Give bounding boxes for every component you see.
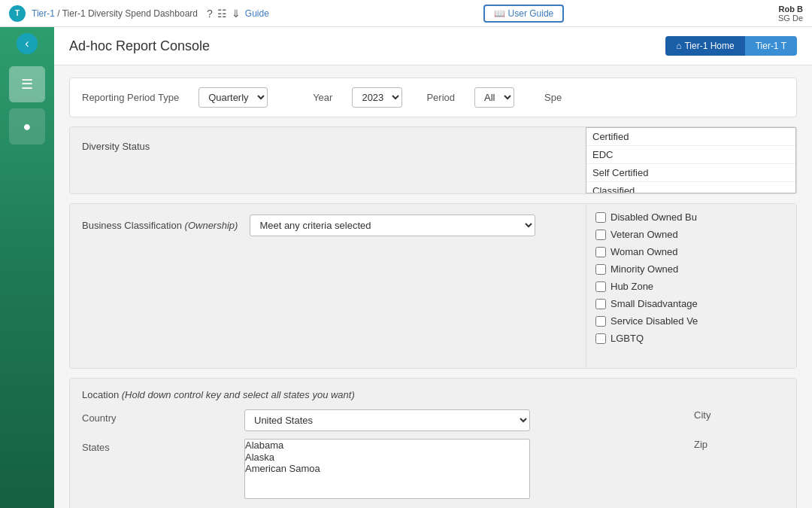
chevron-left-icon: ‹ [25, 37, 29, 50]
states-listbox-container: Alabama Alaska American Samoa [244, 439, 530, 499]
sidebar-item-1[interactable]: ☰ [9, 66, 45, 102]
biz-class-dropdown[interactable]: Meet any criteria selected Meet all crit… [250, 214, 535, 236]
city-label: City [694, 409, 710, 421]
diversity-option-classified[interactable]: Classified [586, 182, 795, 193]
checkbox-service-disabled-label: Service Disabled Ve [611, 315, 698, 327]
biz-class-label: Business Classification (Ownership) [82, 220, 238, 231]
checkbox-small-disadvantage: Small Disadvantage [595, 298, 787, 309]
spec-label: Spe [544, 92, 562, 103]
page-title: Ad-hoc Report Console [69, 38, 210, 54]
city-label-area: City [694, 409, 784, 421]
checkbox-lgbtq: LGBTQ [595, 333, 787, 344]
header-buttons: ⌂ Tier-1 Home Tier-1 T [665, 36, 797, 56]
checkbox-disabled-owned: Disabled Owned Bu [595, 211, 787, 223]
checkbox-woman-owned-label: Woman Owned [611, 246, 677, 257]
country-label: Country [82, 409, 232, 424]
diversity-status-label: Diversity Status [82, 138, 232, 152]
location-title: Location (Hold down control key and sele… [82, 389, 784, 400]
states-label: States [82, 439, 232, 453]
header-bar: Ad-hoc Report Console ⌂ Tier-1 Home Tier… [54, 27, 812, 65]
diversity-status-section: Diversity Status Certified EDC Self Cert… [69, 126, 797, 194]
checkbox-disabled-owned-input[interactable] [595, 212, 606, 223]
tier1-home-button[interactable]: ⌂ Tier-1 Home [665, 36, 744, 56]
diversity-option-self-certified[interactable]: Self Certified [586, 164, 795, 182]
layout: ‹ ☰ ● Ad-hoc Report Console ⌂ Tier-1 Hom… [0, 27, 812, 508]
checkbox-veteran-owned: Veteran Owned [595, 229, 787, 240]
checkbox-minority-owned-label: Minority Owned [611, 263, 678, 275]
states-listbox[interactable]: Alabama Alaska American Samoa [244, 439, 530, 499]
topbar-logo: T [9, 5, 26, 22]
checkbox-lgbtq-input[interactable] [595, 333, 606, 344]
period-type-label: Reporting Period Type [82, 92, 179, 103]
main-content: Ad-hoc Report Console ⌂ Tier-1 Home Tier… [54, 27, 812, 508]
diversity-status-listbox[interactable]: Certified EDC Self Certified Classified … [586, 127, 796, 193]
checkbox-small-disadvantage-input[interactable] [595, 299, 606, 309]
user-name: Rob B [778, 5, 803, 14]
guide-link[interactable]: Guide [245, 8, 269, 19]
reporting-period-row: Reporting Period Type Quarterly Year 202… [69, 78, 797, 117]
checkbox-service-disabled-input[interactable] [595, 316, 606, 327]
form-area: Reporting Period Type Quarterly Year 202… [54, 65, 812, 508]
checkbox-disabled-owned-label: Disabled Owned Bu [611, 211, 697, 223]
state-american-samoa[interactable]: American Samoa [245, 463, 529, 475]
country-select[interactable]: United States Canada Mexico [244, 409, 530, 431]
sidebar-item-2[interactable]: ● [9, 108, 45, 144]
zip-label: Zip [694, 439, 707, 450]
download-icon[interactable]: ⇓ [232, 8, 241, 20]
zip-label-area: Zip [694, 439, 784, 450]
checkbox-lgbtq-label: LGBTQ [611, 333, 644, 344]
states-row: States Alabama Alaska American Samoa Zip [82, 439, 784, 499]
checkbox-woman-owned-input[interactable] [595, 247, 606, 257]
tier1-tab-button[interactable]: Tier-1 T [745, 36, 797, 56]
user-guide-button[interactable]: 📖 User Guide [483, 5, 565, 23]
checkbox-service-disabled: Service Disabled Ve [595, 315, 787, 327]
checkbox-woman-owned: Woman Owned [595, 246, 787, 257]
checkbox-minority-owned-input[interactable] [595, 264, 606, 275]
breadcrumb-page: Tier-1 Diversity Spend Dashboard [62, 8, 198, 19]
checkboxes-panel: Disabled Owned Bu Veteran Owned Woman Ow… [586, 204, 796, 368]
breadcrumb-tier[interactable]: Tier-1 [32, 8, 55, 19]
checkbox-minority-owned: Minority Owned [595, 263, 787, 275]
checkbox-veteran-owned-label: Veteran Owned [611, 229, 678, 240]
year-select[interactable]: 2023 [352, 87, 402, 108]
sidebar-toggle[interactable]: ‹ [17, 33, 38, 54]
country-row: Country United States Canada Mexico City [82, 409, 784, 431]
checkbox-small-disadvantage-label: Small Disadvantage [611, 298, 698, 309]
topbar: T Tier-1 / Tier-1 Diversity Spend Dashbo… [0, 0, 812, 27]
checkbox-hub-zone-input[interactable] [595, 281, 606, 292]
menu-icon: ☰ [21, 76, 33, 93]
circle-icon: ● [23, 119, 32, 135]
home-icon: ⌂ [676, 41, 681, 51]
checkbox-veteran-owned-input[interactable] [595, 230, 606, 240]
topbar-icons: ? ☷ ⇓ Guide [207, 8, 269, 20]
topbar-user: Rob B SG De [778, 5, 803, 23]
checkbox-hub-zone: Hub Zone [595, 281, 787, 292]
business-classification-section: Business Classification (Ownership) Meet… [69, 203, 797, 369]
location-section: Location (Hold down control key and sele… [69, 378, 797, 508]
document-icon[interactable]: ☷ [217, 8, 227, 20]
book-icon: 📖 [494, 8, 505, 19]
period-label: Period [426, 92, 455, 103]
year-label: Year [313, 92, 332, 103]
sidebar: ‹ ☰ ● [0, 27, 54, 508]
breadcrumb: Tier-1 / Tier-1 Diversity Spend Dashboar… [32, 8, 198, 19]
checkbox-hub-zone-label: Hub Zone [611, 281, 653, 292]
user-role: SG De [778, 14, 803, 23]
state-alabama[interactable]: Alabama [245, 440, 529, 452]
help-icon[interactable]: ? [207, 8, 213, 20]
diversity-option-certified[interactable]: Certified [586, 128, 795, 146]
period-select[interactable]: All [474, 87, 514, 108]
state-alaska[interactable]: Alaska [245, 452, 529, 464]
period-type-select[interactable]: Quarterly [198, 87, 268, 108]
diversity-option-edc[interactable]: EDC [586, 146, 795, 164]
topbar-center: 📖 User Guide [275, 5, 772, 23]
